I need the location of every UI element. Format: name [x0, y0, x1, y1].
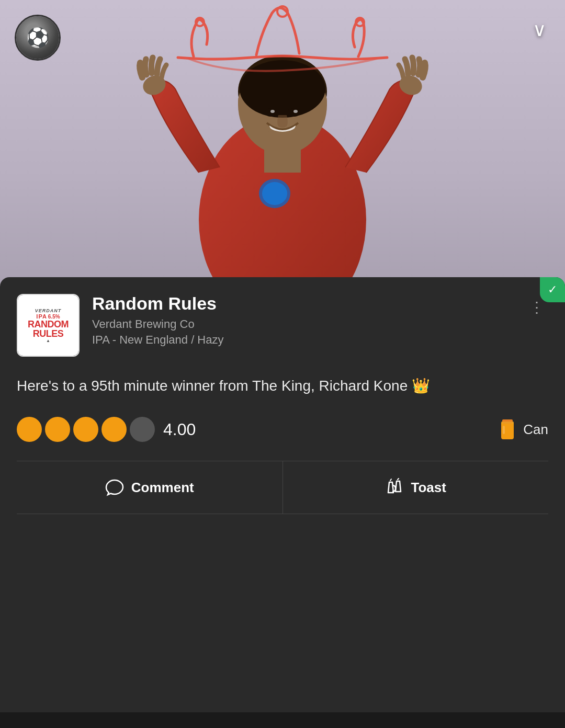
beer-info: Random Rules Verdant Brewing Co IPA - Ne…	[92, 294, 513, 347]
beer-style: IPA - New England / Hazy	[92, 333, 513, 347]
vessel-type: Can	[523, 422, 548, 438]
divider-bottom	[17, 514, 548, 514]
beer-name[interactable]: Random Rules	[92, 294, 513, 313]
star-rating: 4.00	[17, 417, 196, 442]
brewery-name[interactable]: Verdant Brewing Co	[92, 317, 513, 331]
comment-icon	[105, 478, 124, 497]
beer-label-image[interactable]: VERDANT IPA 6.5% RANDOM RULES ▲	[17, 294, 80, 357]
comment-label: Comment	[131, 480, 194, 496]
star-1	[17, 417, 42, 442]
bottom-bar: 5 seconds ago VIEW DETAILS ›	[0, 712, 565, 728]
svg-point-8	[288, 108, 300, 117]
hero-image: ⚽ ∨	[0, 0, 565, 293]
can-icon	[498, 417, 517, 441]
player-illustration	[0, 0, 565, 293]
avatar[interactable]: ⚽	[15, 15, 61, 61]
svg-point-14	[262, 182, 287, 205]
toast-button[interactable]: Toast	[283, 461, 549, 514]
vessel-info: Can	[498, 417, 548, 441]
svg-point-7	[265, 108, 277, 117]
toast-label: Toast	[411, 480, 446, 496]
beer-header: VERDANT IPA 6.5% RANDOM RULES ▲ Random R…	[17, 294, 548, 357]
svg-point-10	[293, 110, 298, 113]
star-3	[73, 417, 98, 442]
actions-row: Comment Toast	[17, 461, 548, 514]
star-4	[101, 417, 127, 442]
comment-button[interactable]: Comment	[17, 461, 283, 514]
svg-rect-20	[501, 422, 514, 424]
toast-icon	[385, 478, 404, 497]
rating-row: 4.00 Can	[17, 417, 548, 442]
star-2	[45, 417, 70, 442]
verified-badge: ✓	[540, 277, 565, 302]
svg-line-22	[390, 479, 391, 481]
svg-rect-21	[503, 426, 505, 434]
checkin-card: ✓ VERDANT IPA 6.5% RANDOM RULES ▲ Random…	[0, 277, 565, 712]
rating-value: 4.00	[163, 420, 196, 439]
svg-rect-3	[264, 141, 301, 173]
checkin-note: Here's to a 95th minute winner from The …	[17, 376, 548, 396]
svg-line-23	[398, 479, 399, 480]
chevron-down-button[interactable]: ∨	[533, 19, 546, 41]
svg-point-9	[270, 110, 275, 113]
star-5	[130, 417, 155, 442]
